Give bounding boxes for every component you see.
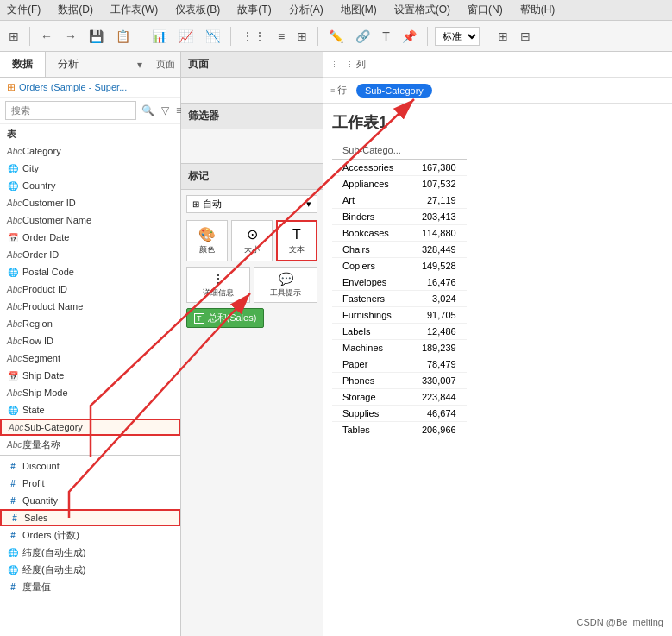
table-row[interactable]: Binders203,413 (332, 209, 467, 225)
field-state[interactable]: 🌐 State (0, 401, 180, 419)
field-orderid[interactable]: Abc Order ID (0, 246, 180, 263)
color-label: 颜色 (199, 244, 215, 255)
table-row[interactable]: Chairs328,449 (332, 242, 467, 258)
menu-data[interactable]: 数据(D) (54, 2, 97, 18)
menu-window[interactable]: 窗口(N) (464, 2, 506, 18)
toolbar-pin[interactable]: 📌 (399, 28, 420, 45)
toolbar-save[interactable]: 💾 (85, 28, 107, 45)
tab-data[interactable]: 数据 (0, 52, 46, 77)
field-customername[interactable]: Abc Customer Name (0, 211, 180, 229)
toolbar-standard-select[interactable]: 标准 (435, 27, 480, 46)
menu-analysis[interactable]: 分析(A) (286, 2, 327, 18)
toolbar-chart6[interactable]: ⊞ (293, 28, 311, 45)
toolbar-forward[interactable]: → (61, 28, 80, 45)
toolbar-newsheet[interactable]: 📋 (112, 28, 134, 45)
field-city[interactable]: 🌐 City (0, 160, 180, 177)
text-icon: T (292, 227, 301, 242)
table-row[interactable]: Tables206,966 (332, 422, 467, 438)
toolbar-text[interactable]: T (379, 28, 393, 45)
table-row[interactable]: Paper78,479 (332, 356, 467, 373)
marks-detail-btn[interactable]: ⋮ 详细信息 (186, 267, 250, 303)
table-row[interactable]: Envelopes16,476 (332, 274, 467, 291)
field-latitude[interactable]: 🌐 纬度(自动生成) (0, 544, 180, 561)
table-cell-name: Binders (332, 209, 411, 225)
total-btn[interactable]: T 总和(Sales) (186, 308, 264, 328)
toolbar-chart3[interactable]: 📉 (202, 28, 223, 45)
field-productname[interactable]: Abc Product Name (0, 298, 180, 315)
toolbar-chart1[interactable]: 📊 (148, 28, 170, 45)
table-row[interactable]: Supplies46,674 (332, 406, 467, 422)
field-measurename[interactable]: Abc 度量名称 (0, 436, 180, 453)
toolbar-back[interactable]: ← (37, 28, 56, 45)
menu-format[interactable]: 设置格式(O) (391, 2, 454, 18)
field-icon-latitude: 🌐 (7, 548, 19, 557)
filter-icon-btn[interactable]: ▽ (160, 103, 171, 118)
marks-type-dropdown[interactable]: ⊞ 自动 ▾ (186, 195, 317, 213)
field-category[interactable]: Abc Category (0, 142, 180, 160)
field-icon-category: Abc (7, 147, 19, 156)
field-quantity[interactable]: # Quantity (0, 492, 180, 509)
table-cell-value: 46,674 (411, 406, 467, 422)
table-row[interactable]: Machines189,239 (332, 340, 467, 356)
field-shipmode[interactable]: Abc Ship Mode (0, 384, 180, 401)
menu-file[interactable]: 文件(F) (3, 2, 44, 18)
search-input[interactable] (5, 101, 136, 120)
menu-help[interactable]: 帮助(H) (517, 2, 559, 18)
data-source[interactable]: ⊞ Orders (Sample - Super... (0, 78, 180, 98)
menu-dashboard[interactable]: 仪表板(B) (172, 2, 223, 18)
search-icon-btn[interactable]: 🔍 (140, 103, 156, 118)
table-row[interactable]: Furnishings91,705 (332, 307, 467, 324)
table-cell-value: 107,532 (411, 176, 467, 192)
marks-size-btn[interactable]: ⊙ 大小 (231, 220, 273, 261)
toolbar-grid[interactable]: ⊞ (5, 28, 22, 45)
table-cell-value: 12,486 (411, 324, 467, 340)
table-row[interactable]: Storage223,844 (332, 389, 467, 406)
field-segment[interactable]: Abc Segment (0, 349, 180, 367)
table-row[interactable]: Art27,119 (332, 192, 467, 209)
tab-analysis[interactable]: 分析 (46, 52, 91, 77)
marks-color-btn[interactable]: 🎨 颜色 (186, 220, 228, 261)
field-region[interactable]: Abc Region (0, 315, 180, 332)
toolbar-pen[interactable]: ✏️ (325, 28, 347, 45)
table-row[interactable]: Appliances107,532 (332, 176, 467, 192)
tab-arrow[interactable]: ▾ (132, 55, 148, 74)
table-cell-value: 167,380 (411, 160, 467, 176)
size-label: 大小 (244, 244, 260, 255)
table-row[interactable]: Fasteners3,024 (332, 291, 467, 307)
field-shipdate[interactable]: 📅 Ship Date (0, 367, 180, 384)
table-row[interactable]: Labels12,486 (332, 324, 467, 340)
toolbar-chart5[interactable]: ≡ (274, 28, 288, 45)
field-productid[interactable]: Abc Product ID (0, 280, 180, 298)
field-rowid[interactable]: Abc Row ID (0, 332, 180, 349)
menu-map[interactable]: 地图(M) (337, 2, 380, 18)
toolbar-extra2[interactable]: ⊟ (517, 28, 534, 45)
field-longitude[interactable]: 🌐 经度(自动生成) (0, 561, 180, 578)
table-row[interactable]: Accessories167,380 (332, 160, 467, 176)
field-subcategory[interactable]: Abc Sub-Category (0, 419, 180, 436)
field-icon-segment: Abc (7, 354, 19, 363)
marks-text-btn[interactable]: T 文本 (276, 220, 317, 261)
table-row[interactable]: Copiers149,528 (332, 258, 467, 274)
toolbar-extra1[interactable]: ⊞ (494, 28, 512, 45)
field-sales[interactable]: # Sales (0, 509, 180, 526)
field-orderdate[interactable]: 📅 Order Date (0, 229, 180, 246)
subcategory-pill[interactable]: Sub-Category (356, 84, 432, 98)
field-profit[interactable]: # Profit (0, 475, 180, 492)
field-customerid[interactable]: Abc Customer ID (0, 194, 180, 211)
field-postalcode[interactable]: 🌐 Postal Code (0, 263, 180, 280)
toolbar-chart2[interactable]: 📈 (175, 28, 197, 45)
menu-worksheet[interactable]: 工作表(W) (107, 2, 161, 18)
table-cell-value: 328,449 (411, 242, 467, 258)
field-icon-customerid: Abc (7, 198, 19, 208)
field-orders-count[interactable]: # Orders (计数) (0, 526, 180, 544)
field-icon-orderdate: 📅 (7, 233, 19, 242)
table-row[interactable]: Bookcases114,880 (332, 225, 467, 242)
field-discount[interactable]: # Discount (0, 457, 180, 475)
menu-story[interactable]: 故事(T) (234, 2, 274, 18)
field-measurevalue[interactable]: # 度量值 (0, 578, 180, 595)
toolbar-link[interactable]: 🔗 (352, 28, 374, 45)
field-country[interactable]: 🌐 Country (0, 177, 180, 194)
table-row[interactable]: Phones330,007 (332, 373, 467, 389)
marks-tooltip-btn[interactable]: 💬 工具提示 (254, 267, 317, 303)
toolbar-chart4[interactable]: ⋮⋮ (238, 28, 269, 45)
